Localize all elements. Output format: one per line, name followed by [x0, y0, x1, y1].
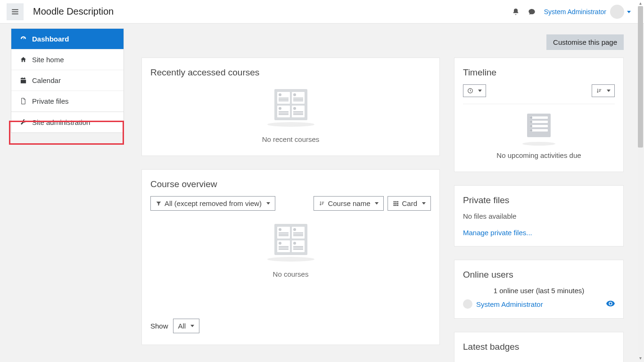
course-overview-card: Course overview All (except removed from…	[141, 169, 440, 345]
courses-placeholder-icon	[274, 89, 307, 120]
sidebar-item-calendar[interactable]: Calendar	[11, 70, 124, 91]
scrollbar-thumb[interactable]	[638, 6, 643, 148]
chat-icon	[528, 8, 536, 16]
empty-text: No courses	[273, 270, 309, 278]
card-title: Timeline	[463, 67, 615, 78]
filter-icon	[156, 200, 162, 206]
card-title: Course overview	[150, 179, 431, 189]
dropdown-label: All	[178, 322, 186, 330]
customise-page-button[interactable]: Customise this page	[546, 34, 624, 50]
user-menu-link[interactable]: System Administrator	[544, 8, 606, 16]
online-user-link[interactable]: System Administrator	[476, 300, 543, 308]
messages-button[interactable]	[525, 8, 538, 16]
sidebar-item-label: Site administration	[32, 118, 90, 126]
sort-icon	[596, 88, 602, 94]
grid-icon	[393, 200, 399, 206]
scrollbar-track[interactable]	[638, 6, 643, 355]
visibility-toggle[interactable]	[606, 300, 615, 308]
course-view-dropdown[interactable]: Card	[388, 196, 431, 211]
show-count-dropdown[interactable]: All	[173, 319, 200, 333]
home-icon	[19, 56, 27, 63]
courses-placeholder-icon	[274, 224, 307, 255]
empty-text: No recent courses	[262, 135, 320, 143]
sidebar-item-private-files[interactable]: Private files	[11, 91, 124, 112]
sidebar-item-label: Site home	[32, 56, 64, 64]
recently-accessed-card: Recently accessed courses No recent cour…	[141, 58, 440, 156]
sidebar-item-site-administration[interactable]: Site administration	[11, 112, 124, 132]
brand-title: Moodle Description	[33, 6, 114, 17]
avatar[interactable]	[610, 5, 624, 19]
wrench-icon	[19, 119, 27, 126]
latest-badges-card: Latest badges	[454, 332, 624, 362]
scroll-up-arrow[interactable]: ▴	[637, 0, 643, 6]
sort-icon	[319, 200, 325, 206]
show-label: Show	[150, 322, 168, 330]
sidebar-item-label: Dashboard	[32, 35, 69, 43]
sidebar: Dashboard Site home Calendar Private fil…	[11, 28, 124, 133]
dashboard-icon	[19, 35, 27, 42]
card-title: Latest badges	[463, 342, 615, 352]
chevron-down-icon	[375, 202, 379, 205]
dropdown-label: Course name	[328, 199, 370, 207]
timeline-filter-time-dropdown[interactable]	[463, 84, 486, 97]
user-menu-caret[interactable]	[627, 8, 637, 16]
empty-state: No recent courses	[150, 84, 431, 146]
dropdown-label: All (except removed from view)	[165, 199, 262, 207]
online-summary: 1 online user (last 5 minutes)	[463, 287, 615, 295]
empty-text: No files available	[463, 212, 615, 220]
chevron-down-icon	[627, 11, 631, 13]
sidebar-item-label: Calendar	[32, 76, 61, 84]
course-sort-dropdown[interactable]: Course name	[314, 196, 384, 211]
clock-icon	[467, 88, 473, 94]
sidebar-item-dashboard[interactable]: Dashboard	[11, 29, 124, 49]
chevron-down-icon	[478, 90, 482, 92]
avatar	[463, 299, 472, 309]
online-users-card: Online users 1 online user (last 5 minut…	[454, 260, 624, 319]
topbar: Moodle Description System Administrator	[0, 0, 644, 24]
empty-text: No upcoming activities due	[463, 151, 615, 159]
hamburger-icon	[11, 8, 19, 16]
timeline-card: Timeline No upcoming activities due	[454, 58, 624, 172]
sidebar-item-site-home[interactable]: Site home	[11, 49, 124, 70]
eye-icon	[606, 301, 615, 306]
dropdown-label: Card	[402, 199, 417, 207]
main-content: Customise this page Recently accessed co…	[134, 24, 637, 362]
course-filter-dropdown[interactable]: All (except removed from view)	[150, 196, 275, 211]
bell-icon	[512, 8, 520, 16]
hamburger-button[interactable]	[7, 3, 24, 20]
file-icon	[19, 98, 27, 105]
card-title: Recently accessed courses	[150, 67, 431, 78]
card-title: Online users	[463, 270, 615, 280]
manage-private-files-link[interactable]: Manage private files...	[463, 229, 532, 237]
timeline-placeholder-icon	[527, 114, 551, 137]
timeline-sort-dropdown[interactable]	[592, 84, 615, 97]
chevron-down-icon	[190, 325, 194, 327]
card-title: Private files	[463, 195, 615, 206]
chevron-down-icon	[422, 202, 426, 205]
calendar-icon	[19, 77, 27, 84]
empty-state: No courses	[150, 219, 431, 281]
private-files-card: Private files No files available Manage …	[454, 185, 624, 247]
chevron-down-icon	[266, 202, 270, 205]
notifications-button[interactable]	[509, 8, 522, 16]
chevron-down-icon	[607, 90, 611, 92]
sidebar-item-label: Private files	[32, 97, 69, 105]
scroll-down-arrow[interactable]: ▾	[637, 355, 643, 361]
online-user-row: System Administrator	[463, 299, 615, 309]
